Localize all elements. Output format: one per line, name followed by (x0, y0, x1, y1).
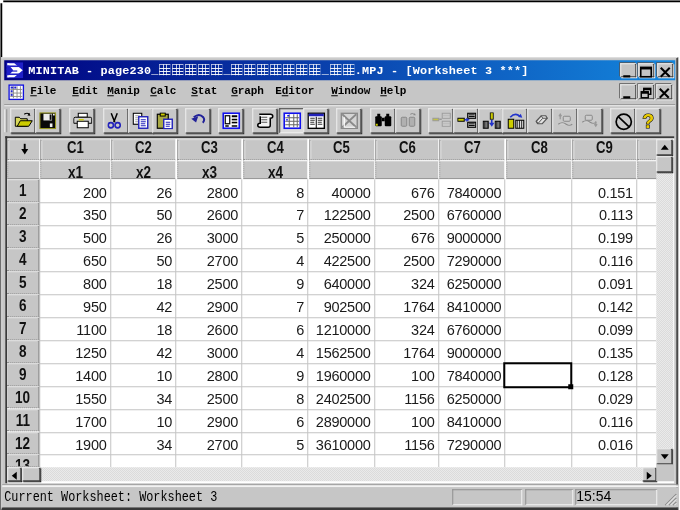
svg-text:?: ? (642, 112, 654, 131)
